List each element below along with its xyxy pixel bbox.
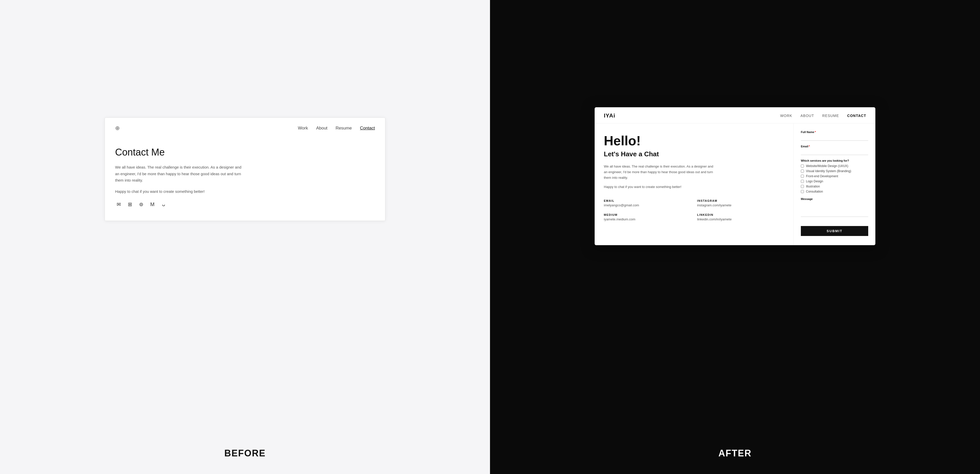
after-card: IYAi WORK ABOUT RESUME CONTACT Hello! Le… [595,107,875,245]
service-consultation-checkbox[interactable] [801,190,804,193]
service-illustration-checkbox[interactable] [801,185,804,188]
before-nav-resume[interactable]: Resume [336,126,352,131]
before-page-title: Contact Me [115,147,375,158]
before-social-icons: ✉ ⊞ ⊚ M ᴗ [115,201,375,208]
email-group: Email* [801,145,868,155]
after-linkedin-block: LINKEDIN linkedin.com/in/iyamete [697,213,784,221]
before-label: BEFORE [224,448,266,459]
after-panel: IYAi WORK ABOUT RESUME CONTACT Hello! Le… [490,0,980,474]
before-nav-about[interactable]: About [316,126,328,131]
service-branding[interactable]: Visual Identity System (Branding) [801,169,868,173]
submit-button[interactable]: SUBMIT [801,226,868,236]
services-checkboxes: Website/Mobile Design (UI/UX) Visual Ide… [801,164,868,193]
after-subtitle: Let's Have a Chat [604,150,784,158]
before-happy-text: Happy to chat if you want to create some… [115,188,243,195]
before-nav-contact[interactable]: Contact [360,126,375,131]
instagram-icon[interactable]: ⊚ [138,201,145,208]
before-card: ⊕ Work About Resume Contact Contact Me W… [105,118,385,221]
after-nav: IYAi WORK ABOUT RESUME CONTACT [595,107,875,123]
after-medium-value[interactable]: iyamete.medium.com [604,217,691,221]
after-left-content: Hello! Let's Have a Chat We all have ide… [595,123,794,245]
after-email-block: EMAIL imelyangco@gmail.com [604,199,691,207]
after-label: AFTER [718,448,752,459]
after-linkedin-value[interactable]: linkedin.com/in/iyamete [697,217,784,221]
after-description: We all have ideas. The real challenge is… [604,164,716,180]
email-icon[interactable]: ✉ [115,201,122,208]
service-logo-checkbox[interactable] [801,180,804,183]
portfolio-icon[interactable]: ᴗ [160,201,167,208]
before-panel: ⊕ Work About Resume Contact Contact Me W… [0,0,490,474]
before-nav-links: Work About Resume Contact [298,126,375,131]
after-medium-label: MEDIUM [604,213,691,216]
behance-icon[interactable]: ⊞ [126,201,134,208]
before-nav-work[interactable]: Work [298,126,308,131]
after-medium-block: MEDIUM iyamete.medium.com [604,213,691,221]
after-nav-resume[interactable]: RESUME [822,114,839,118]
service-frontend-checkbox[interactable] [801,175,804,178]
service-frontend[interactable]: Front-end Development [801,174,868,178]
service-logo[interactable]: Logo Design [801,180,868,183]
after-logo: IYAi [604,112,615,119]
after-email-value[interactable]: imelyangco@gmail.com [604,203,691,207]
message-group: Message [801,198,868,222]
after-contact-grid: EMAIL imelyangco@gmail.com INSTAGRAM ins… [604,199,784,221]
after-nav-links: WORK ABOUT RESUME CONTACT [780,113,866,118]
after-instagram-block: INSTAGRAM instagram.com/iyamete [697,199,784,207]
services-group: Which services are you looking for? Webs… [801,159,868,193]
after-body: Hello! Let's Have a Chat We all have ide… [595,123,875,245]
after-hello-heading: Hello! [604,134,784,148]
service-uiux-checkbox[interactable] [801,164,804,168]
before-content: Contact Me We all have ideas. The real c… [105,137,385,221]
after-linkedin-label: LINKEDIN [697,213,784,216]
email-field-label: Email* [801,145,868,148]
full-name-input[interactable] [801,135,868,141]
services-label: Which services are you looking for? [801,159,868,162]
service-uiux[interactable]: Website/Mobile Design (UI/UX) [801,164,868,168]
after-nav-work[interactable]: WORK [780,114,792,118]
after-email-label: EMAIL [604,199,691,202]
before-description: We all have ideas. The real challenge is… [115,164,243,184]
service-illustration[interactable]: Illustration [801,185,868,188]
after-happy-text: Happy to chat if you want to create some… [604,184,784,190]
message-textarea[interactable] [801,201,868,217]
service-consultation[interactable]: Consultation [801,190,868,193]
after-instagram-label: INSTAGRAM [697,199,784,202]
medium-icon[interactable]: M [149,201,156,208]
after-instagram-value[interactable]: instagram.com/iyamete [697,203,784,207]
before-logo: ⊕ [115,125,120,131]
full-name-group: Full Name* [801,131,868,141]
after-nav-contact[interactable]: CONTACT [847,114,866,118]
before-nav: ⊕ Work About Resume Contact [105,118,385,137]
message-label: Message [801,198,868,201]
email-input[interactable] [801,149,868,155]
after-right-form: Full Name* Email* Which services are you… [794,123,875,245]
service-branding-checkbox[interactable] [801,169,804,172]
after-nav-about[interactable]: ABOUT [800,114,814,118]
full-name-label: Full Name* [801,131,868,134]
